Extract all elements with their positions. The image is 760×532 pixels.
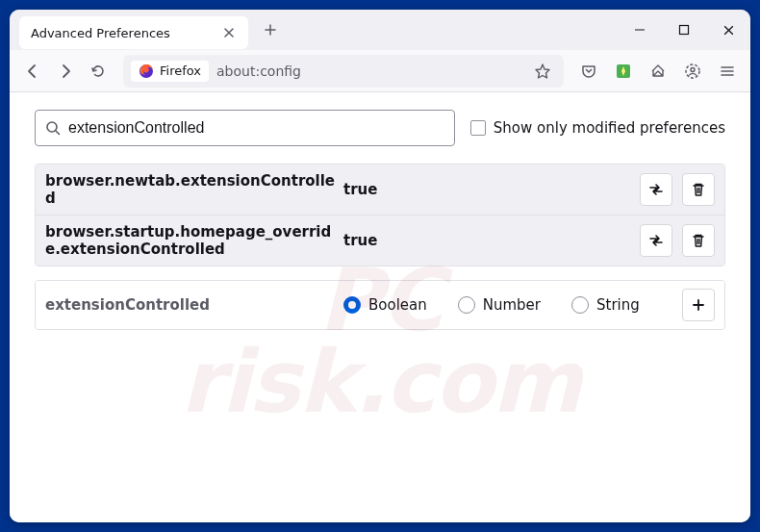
svg-point-4 bbox=[691, 67, 695, 71]
radio-string[interactable]: String bbox=[571, 296, 640, 314]
tab-title: Advanced Preferences bbox=[31, 26, 221, 40]
back-button[interactable] bbox=[17, 56, 48, 87]
delete-button[interactable] bbox=[682, 173, 715, 206]
checkbox-label: Show only modified preferences bbox=[494, 119, 725, 137]
account-icon[interactable] bbox=[677, 56, 708, 87]
titlebar: Advanced Preferences bbox=[10, 10, 750, 50]
radio-icon bbox=[458, 296, 475, 314]
forward-button[interactable] bbox=[50, 56, 81, 87]
maximize-button[interactable] bbox=[662, 10, 706, 50]
toolbar: Firefox about:config bbox=[10, 50, 750, 92]
pref-row: browser.startup.homepage_override.extens… bbox=[36, 215, 724, 266]
menu-button[interactable] bbox=[712, 56, 743, 87]
pref-actions bbox=[682, 289, 715, 321]
firefox-logo-icon bbox=[139, 63, 154, 79]
svg-rect-0 bbox=[680, 26, 689, 35]
type-radio-group: Boolean Number String bbox=[343, 296, 682, 314]
radio-label: Boolean bbox=[368, 296, 427, 314]
add-button[interactable] bbox=[682, 289, 715, 321]
search-row: Show only modified preferences bbox=[35, 110, 725, 146]
browser-window: Advanced Preferences bbox=[10, 10, 750, 522]
toggle-button[interactable] bbox=[640, 173, 672, 206]
pref-name: browser.startup.homepage_override.extens… bbox=[45, 223, 343, 258]
show-modified-checkbox[interactable]: Show only modified preferences bbox=[470, 119, 725, 137]
pref-actions bbox=[640, 224, 715, 257]
radio-icon bbox=[343, 296, 361, 314]
new-pref-table: extensionControlled Boolean Number Strin… bbox=[35, 280, 725, 330]
close-window-button[interactable] bbox=[706, 10, 750, 50]
bookmark-star-button[interactable] bbox=[529, 58, 556, 85]
radio-number[interactable]: Number bbox=[458, 296, 541, 314]
pref-value: true bbox=[343, 181, 640, 198]
checkbox-icon bbox=[470, 120, 486, 136]
delete-button[interactable] bbox=[682, 224, 715, 257]
reload-button[interactable] bbox=[83, 56, 114, 87]
pocket-button[interactable] bbox=[573, 56, 604, 87]
radio-label: String bbox=[596, 296, 640, 314]
pref-value: true bbox=[343, 232, 640, 249]
search-input[interactable] bbox=[68, 119, 444, 137]
prefs-table: browser.newtab.extensionControlled true … bbox=[35, 164, 725, 266]
new-pref-row: extensionControlled Boolean Number Strin… bbox=[36, 281, 724, 329]
toggle-button[interactable] bbox=[640, 224, 672, 257]
pref-row: browser.newtab.extensionControlled true bbox=[36, 165, 724, 215]
search-icon bbox=[45, 120, 61, 136]
radio-icon bbox=[571, 296, 589, 314]
pref-name: browser.newtab.extensionControlled bbox=[45, 172, 343, 207]
content: PC risk.com Show only modified preferenc… bbox=[10, 92, 750, 522]
minimize-button[interactable] bbox=[618, 10, 662, 50]
radio-boolean[interactable]: Boolean bbox=[343, 296, 427, 314]
pref-actions bbox=[640, 173, 715, 206]
radio-label: Number bbox=[483, 296, 541, 314]
search-box[interactable] bbox=[35, 110, 455, 146]
identity-label: Firefox bbox=[160, 63, 201, 78]
identity-box[interactable]: Firefox bbox=[131, 61, 209, 82]
new-pref-name: extensionControlled bbox=[45, 296, 343, 314]
extension-icon[interactable] bbox=[608, 56, 639, 87]
tab-active[interactable]: Advanced Preferences bbox=[19, 16, 248, 49]
mail-icon[interactable] bbox=[643, 56, 673, 87]
toolbar-actions bbox=[573, 56, 743, 87]
close-tab-button[interactable] bbox=[221, 25, 237, 40]
url-text: about:config bbox=[216, 63, 521, 79]
window-controls bbox=[618, 10, 750, 50]
urlbar[interactable]: Firefox about:config bbox=[123, 55, 564, 88]
new-tab-button[interactable] bbox=[256, 15, 285, 44]
